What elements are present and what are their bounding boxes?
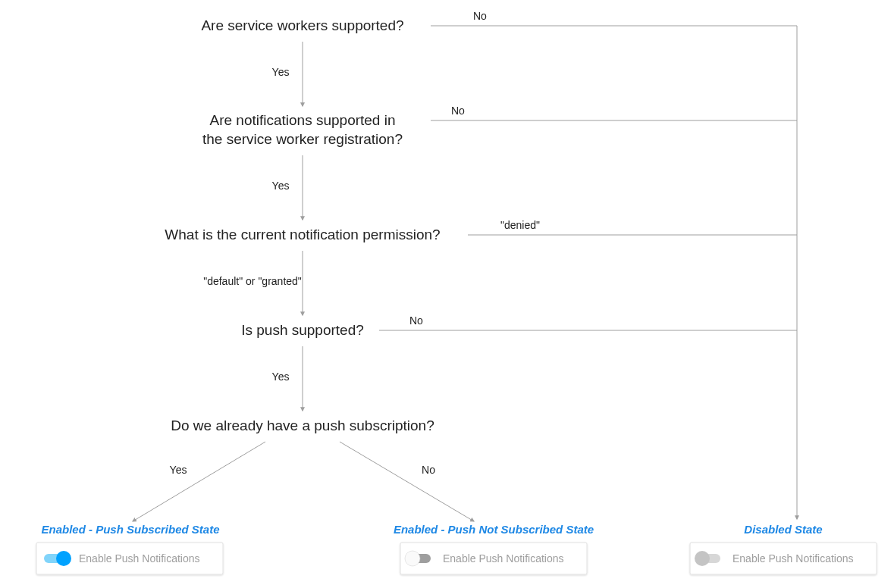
svg-point-8 — [695, 551, 710, 566]
edge-q5-yes — [133, 442, 265, 521]
question-service-workers: Are service workers supported? — [201, 17, 403, 33]
edge-label-q3-pass: "default" or "granted" — [203, 275, 302, 287]
edge-label-q3-denied: "denied" — [500, 219, 540, 231]
edge-label-q4-yes: Yes — [272, 371, 290, 383]
edge-q5-no — [340, 442, 474, 521]
edge-label-q5-yes: Yes — [170, 464, 187, 476]
edge-label-q4-no: No — [409, 314, 423, 327]
svg-point-2 — [56, 551, 71, 566]
question-push-supported: Is push supported? — [241, 322, 364, 338]
svg-point-5 — [405, 551, 420, 566]
edge-label-q1-no: No — [473, 10, 487, 22]
card-not-subscribed: Enable Push Notifications — [400, 543, 587, 574]
question-notifications-supported-l2: the service worker registration? — [202, 131, 403, 147]
question-already-subscription: Do we already have a push subscription? — [171, 418, 434, 433]
edge-label-q2-yes: Yes — [272, 180, 290, 192]
state-title-subscribed: Enabled - Push Subscribed State — [41, 523, 219, 536]
edge-label-q1-yes: Yes — [272, 66, 290, 78]
state-title-disabled: Disabled State — [744, 523, 822, 536]
state-title-not-subscribed: Enabled - Push Not Subscribed State — [394, 523, 594, 536]
switch-label-disabled: Enable Push Notifications — [732, 552, 854, 565]
card-subscribed: Enable Push Notifications — [36, 543, 223, 574]
switch-label-subscribed: Enable Push Notifications — [79, 552, 200, 565]
switch-label-not-subscribed: Enable Push Notifications — [443, 552, 564, 565]
question-notification-permission: What is the current notification permiss… — [165, 227, 440, 242]
edge-label-q2-no: No — [451, 105, 465, 117]
edge-label-q5-no: No — [422, 464, 435, 476]
card-disabled: Enable Push Notifications — [690, 543, 877, 574]
question-notifications-supported-l1: Are notifications supported in — [209, 112, 395, 128]
